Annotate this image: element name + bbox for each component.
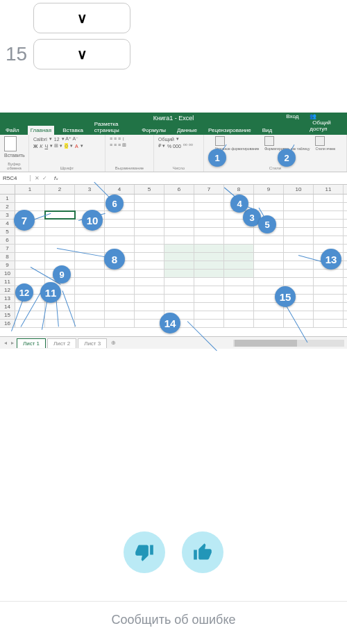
share[interactable]: 👥 Общий доступ (307, 112, 341, 133)
name-box[interactable]: R5C4 (0, 175, 31, 181)
accept-icon[interactable]: ✓ (42, 175, 47, 181)
ribbon-tabs: Файл Главная Вставка Разметка страницы Ф… (0, 124, 347, 135)
group-clipboard: Буфер обмена (4, 162, 24, 170)
tab-file[interactable]: Файл (3, 126, 22, 135)
callout-2: 2 (278, 149, 296, 167)
callout-8: 8 (104, 249, 125, 270)
group-alignment: Выравнивание (110, 166, 149, 170)
sign-in[interactable]: Вход (283, 112, 301, 133)
callout-6: 6 (105, 195, 124, 213)
dropdown-1[interactable]: ∨ (33, 3, 130, 33)
tab-layout[interactable]: Разметка страницы (92, 119, 133, 135)
callout-5: 5 (258, 215, 276, 233)
sheet-tab-3[interactable]: Лист 3 (78, 338, 107, 348)
font-name[interactable]: Calibri (33, 137, 47, 142)
thumbs-down-icon (135, 543, 154, 562)
sheet-nav-next[interactable]: ▸ (10, 340, 15, 346)
callout-12: 12 (15, 283, 33, 302)
sheet-tab-2[interactable]: Лист 2 (47, 338, 76, 348)
callout-1: 1 (208, 149, 226, 167)
tab-review[interactable]: Рецензирование (205, 126, 254, 135)
group-styles: Стили (208, 166, 342, 170)
callout-14: 14 (160, 313, 180, 333)
format-table-icon[interactable] (264, 136, 274, 146)
tab-home[interactable]: Главная (28, 126, 54, 135)
col-header[interactable]: 9 (254, 185, 284, 194)
paste-icon[interactable] (4, 136, 17, 151)
col-header[interactable]: 11 (314, 185, 344, 194)
window-title: Книга1 - Excel (153, 115, 194, 122)
tab-view[interactable]: Вид (260, 126, 275, 135)
col-header[interactable]: 4 (105, 185, 135, 194)
active-cell[interactable] (45, 211, 75, 219)
col-header[interactable]: 2 (45, 185, 75, 194)
callout-9: 9 (53, 265, 71, 283)
callout-7: 7 (14, 210, 35, 231)
horizontal-scrollbar[interactable] (233, 340, 344, 347)
callout-10: 10 (82, 210, 103, 231)
sheet-nav-prev[interactable]: ◂ (3, 340, 8, 346)
callout-11: 11 (40, 282, 61, 303)
tab-formulas[interactable]: Формулы (139, 126, 169, 135)
col-header[interactable]: 1 (15, 185, 45, 194)
thumbs-up-icon (193, 543, 212, 562)
dropdown-num-2: 15 (6, 43, 28, 65)
chevron-down-icon: ∨ (77, 10, 87, 26)
chevron-down-icon: ∨ (77, 46, 87, 63)
add-sheet-icon[interactable]: ⊕ (108, 340, 119, 346)
number-format[interactable]: Общий (158, 137, 174, 142)
tab-data[interactable]: Данные (174, 126, 200, 135)
paste-label: Вставить (4, 153, 24, 158)
select-all-corner[interactable] (0, 185, 15, 194)
cell-styles-icon[interactable] (315, 136, 325, 146)
col-header[interactable]: 6 (164, 185, 194, 194)
cancel-icon[interactable]: ✕ (35, 175, 40, 181)
group-number: Число (158, 166, 199, 170)
col-header[interactable]: 8 (224, 185, 254, 194)
col-header[interactable]: 10 (284, 185, 314, 194)
cond-format-icon[interactable] (215, 136, 225, 146)
group-font: Шрифт (33, 166, 101, 170)
callout-4: 4 (230, 195, 248, 213)
fx-icon[interactable]: fₓ (51, 175, 61, 181)
thumbs-down-button[interactable] (124, 531, 165, 573)
callout-15: 15 (275, 286, 296, 307)
font-size[interactable]: 12 (54, 137, 60, 142)
tab-insert[interactable]: Вставка (60, 126, 86, 135)
thumbs-up-button[interactable] (182, 531, 223, 573)
callout-13: 13 (321, 249, 341, 270)
col-header[interactable]: 7 (194, 185, 224, 194)
sheet-tab-1[interactable]: Лист 1 (17, 338, 46, 348)
dropdown-2[interactable]: ∨ (33, 39, 130, 69)
report-error-link[interactable]: Сообщить об ошибке (111, 613, 235, 627)
cell-grid[interactable]: 1 2 3 4 5 6 7 8 9 10 11 12 13 14 15 16 (0, 195, 347, 328)
excel-screenshot: Книга1 - Excel Файл Главная Вставка Разм… (0, 113, 347, 349)
col-header[interactable]: 5 (135, 185, 164, 194)
